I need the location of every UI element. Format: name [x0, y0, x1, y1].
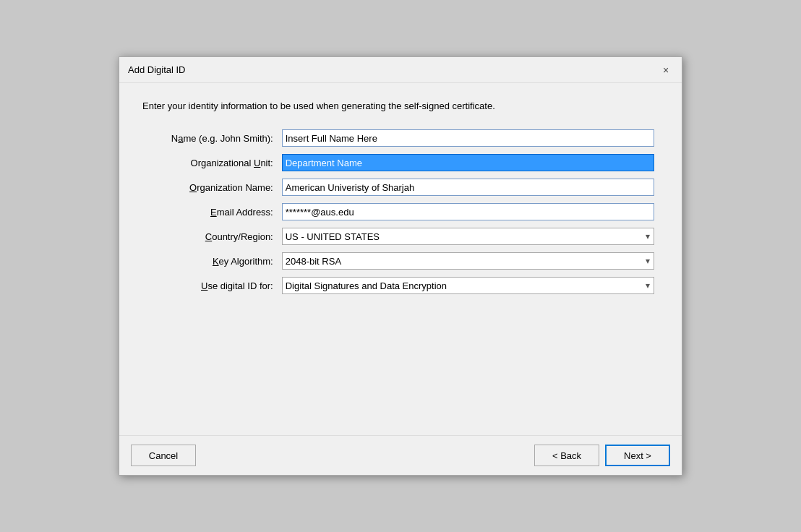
name-row: Name (e.g. John Smith): — [142, 126, 659, 150]
title-bar: Add Digital ID × — [119, 57, 682, 83]
name-input-cell — [278, 126, 659, 150]
form-table: Name (e.g. John Smith): Organizational U… — [142, 126, 659, 298]
cancel-button[interactable]: Cancel — [131, 445, 196, 466]
country-select[interactable]: US - UNITED STATES AF - AFGHANISTAN AE -… — [282, 228, 654, 245]
org-unit-input[interactable] — [282, 154, 654, 171]
email-input-cell — [278, 200, 659, 224]
org-name-row: Organization Name: — [142, 175, 659, 200]
country-row: Country/Region: US - UNITED STATES AF - … — [142, 224, 659, 249]
email-label: Email Address: — [142, 200, 278, 224]
use-for-row: Use digital ID for: Digital Signatures a… — [142, 273, 659, 298]
footer-left: Cancel — [131, 445, 196, 466]
org-unit-input-cell — [278, 150, 659, 175]
email-input[interactable] — [282, 203, 654, 220]
key-algo-label: Key Algorithm: — [142, 249, 278, 273]
use-for-select-wrapper: Digital Signatures and Data Encryption D… — [282, 277, 654, 294]
footer-right: < Back Next > — [534, 445, 670, 466]
use-for-select-cell: Digital Signatures and Data Encryption D… — [278, 273, 659, 298]
name-input[interactable] — [282, 129, 654, 147]
back-button[interactable]: < Back — [534, 445, 599, 466]
org-unit-label: Organizational Unit: — [142, 150, 278, 175]
use-for-label: Use digital ID for: — [142, 273, 278, 298]
close-button[interactable]: × — [659, 63, 673, 77]
name-label: Name (e.g. John Smith): — [142, 126, 278, 150]
org-unit-row: Organizational Unit: — [142, 150, 659, 175]
org-name-input-cell — [278, 175, 659, 200]
org-name-input[interactable] — [282, 179, 654, 196]
key-algo-select-cell: 2048-bit RSA 1024-bit RSA 4096-bit RSA — [278, 249, 659, 273]
country-select-cell: US - UNITED STATES AF - AFGHANISTAN AE -… — [278, 224, 659, 249]
use-for-select[interactable]: Digital Signatures and Data Encryption D… — [282, 277, 654, 294]
add-digital-id-dialog: Add Digital ID × Enter your identity inf… — [119, 56, 682, 476]
dialog-title: Add Digital ID — [128, 64, 185, 75]
email-row: Email Address: — [142, 200, 659, 224]
intro-text: Enter your identity information to be us… — [142, 100, 659, 111]
dialog-footer: Cancel < Back Next > — [119, 435, 682, 475]
org-name-label: Organization Name: — [142, 175, 278, 200]
country-select-wrapper: US - UNITED STATES AF - AFGHANISTAN AE -… — [282, 228, 654, 245]
country-label: Country/Region: — [142, 224, 278, 249]
key-algo-row: Key Algorithm: 2048-bit RSA 1024-bit RSA… — [142, 249, 659, 273]
dialog-content: Enter your identity information to be us… — [119, 83, 682, 435]
next-button[interactable]: Next > — [605, 445, 670, 466]
key-algo-select[interactable]: 2048-bit RSA 1024-bit RSA 4096-bit RSA — [282, 252, 654, 270]
key-algo-select-wrapper: 2048-bit RSA 1024-bit RSA 4096-bit RSA — [282, 252, 654, 270]
